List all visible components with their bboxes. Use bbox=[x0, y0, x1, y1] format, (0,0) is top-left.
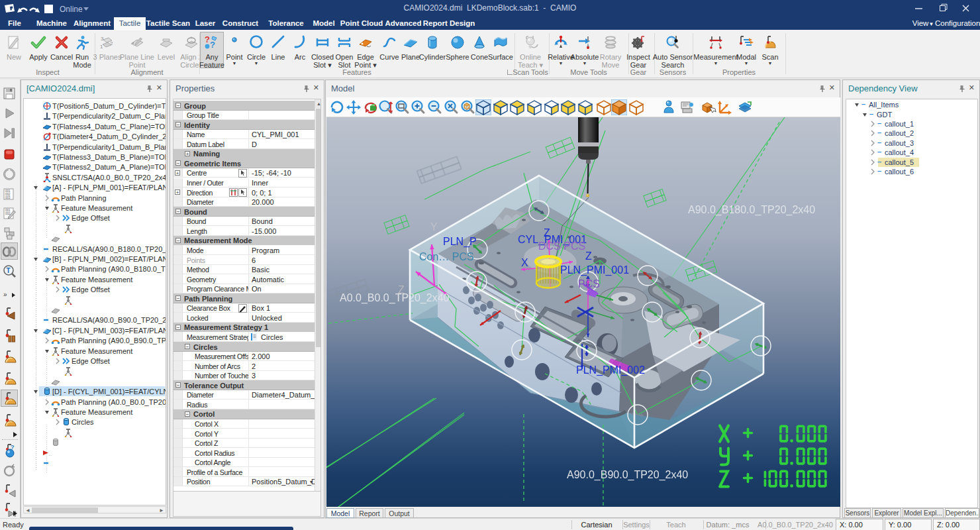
svg-text:3: 3 bbox=[101, 36, 104, 42]
svg-text:?: ? bbox=[205, 34, 210, 44]
svg-text:?: ? bbox=[210, 40, 215, 50]
svg-text:PCS: PCS bbox=[578, 278, 600, 290]
svg-text:PLN_PMI_001: PLN_PMI_001 bbox=[560, 264, 629, 276]
svg-text:A0.0_B0.0_TP20_2x40: A0.0_B0.0_TP20_2x40 bbox=[340, 292, 450, 304]
svg-text:?: ? bbox=[11, 444, 15, 450]
svg-text:»: » bbox=[3, 291, 7, 298]
svg-text:Z: Z bbox=[544, 227, 550, 238]
svg-text:Con… PCS: Con… PCS bbox=[419, 251, 474, 262]
svg-text:Y: Y bbox=[430, 221, 438, 233]
svg-text:A90.0_B180.0_TP20_2x40: A90.0_B180.0_TP20_2x40 bbox=[688, 204, 815, 216]
svg-text:003: 003 bbox=[5, 196, 11, 199]
svg-text:PLN_PMI_002: PLN_PMI_002 bbox=[576, 364, 645, 376]
svg-text:A90.0_B90.0_TP20_2x40: A90.0_B90.0_TP20_2x40 bbox=[567, 469, 688, 481]
svg-text:X: X bbox=[521, 257, 528, 268]
svg-text:Z: Z bbox=[585, 250, 592, 262]
svg-text:DCS PCS: DCS PCS bbox=[538, 240, 585, 252]
svg-text:…>: …> bbox=[48, 451, 52, 457]
svg-text:T: T bbox=[7, 267, 11, 274]
svg-text:PLN_P: PLN_P bbox=[443, 236, 477, 248]
svg-text:002: 002 bbox=[5, 212, 11, 215]
